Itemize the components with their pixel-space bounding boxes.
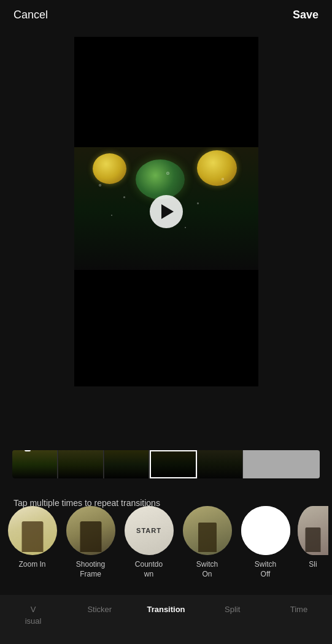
transition-label-switch-on: Switch On: [196, 560, 218, 579]
timeline-main: [12, 450, 243, 478]
transitions-row: Zoom In Shooting Frame START Countdo wn: [0, 506, 332, 586]
transition-switch-on[interactable]: Switch On: [181, 506, 233, 579]
transition-sli[interactable]: Sli: [298, 506, 328, 570]
tab-transition[interactable]: Transition: [133, 605, 199, 614]
transition-thumb-zoom-in: [8, 506, 57, 555]
transition-thumb-sli: [298, 506, 328, 555]
play-button[interactable]: [150, 195, 183, 228]
tab-label-time: Time: [290, 605, 307, 614]
tab-label-visual: V: [31, 605, 36, 614]
timeline-secondary: [243, 450, 320, 478]
timeline-indicator: [25, 450, 31, 451]
timeline-cell-2[interactable]: [58, 450, 104, 478]
transition-label-switch-off: Switch Off: [255, 560, 276, 579]
transition-label-countdown: Countdo wn: [135, 560, 163, 579]
transition-switch-off[interactable]: Switch Off: [239, 506, 291, 579]
save-button[interactable]: Save: [293, 9, 318, 21]
tab-label-visual-text: isual: [25, 616, 42, 626]
transition-thumb-switch-on: [183, 506, 232, 555]
transition-label-sli: Sli: [309, 560, 317, 570]
transition-label-zoom-in: Zoom In: [18, 560, 45, 570]
video-player[interactable]: [74, 37, 258, 386]
tab-sticker[interactable]: Sticker: [66, 605, 133, 614]
timeline-cell-1[interactable]: [12, 450, 58, 478]
timeline-cell-4[interactable]: [150, 450, 197, 478]
transition-thumb-countdown: START: [125, 506, 174, 555]
transition-thumb-shooting-frame: [66, 506, 115, 555]
transition-shooting-frame[interactable]: Shooting Frame: [64, 506, 117, 579]
play-icon: [161, 204, 174, 219]
tab-label-split: Split: [225, 605, 240, 614]
tab-label-transition: Transition: [147, 605, 185, 614]
transition-label-shooting-frame: Shooting Frame: [76, 560, 105, 579]
tab-bar: V isual Sticker Transition Split Time: [0, 595, 332, 644]
header: Cancel Save: [0, 0, 332, 30]
tab-visual[interactable]: V isual: [0, 605, 66, 626]
tab-split[interactable]: Split: [199, 605, 266, 614]
transition-zoom-in[interactable]: Zoom In: [6, 506, 58, 570]
timeline-cell-3[interactable]: [104, 450, 150, 478]
transition-thumb-switch-off: [241, 506, 290, 555]
timeline-cell-5[interactable]: [198, 450, 243, 478]
transition-countdown[interactable]: START Countdo wn: [123, 506, 175, 579]
countdown-text: START: [136, 527, 161, 534]
tab-label-sticker: Sticker: [87, 605, 112, 614]
tab-time[interactable]: Time: [266, 605, 332, 614]
cancel-button[interactable]: Cancel: [14, 9, 48, 21]
timeline-strip[interactable]: [12, 450, 320, 478]
